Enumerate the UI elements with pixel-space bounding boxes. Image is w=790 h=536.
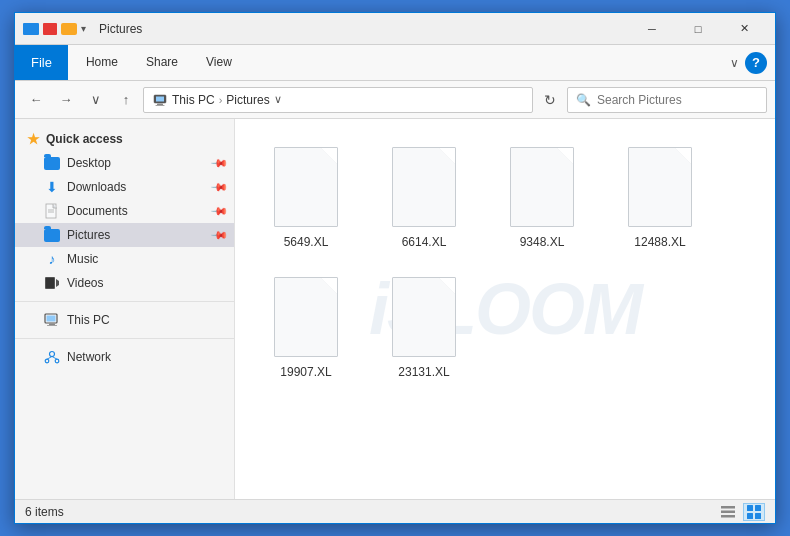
sidebar-item-documents[interactable]: Documents 📌 [15,199,234,223]
file-name-5: 23131.XL [398,365,449,379]
file-item[interactable]: 23131.XL [369,265,479,387]
quick-access-label: Quick access [46,132,123,146]
documents-label: Documents [67,204,128,218]
file-explorer-window: ▾ Pictures ─ □ ✕ File Home Share View ∨ … [14,12,776,524]
view-controls [717,503,765,521]
path-pictures: Pictures [226,93,269,107]
title-bar-dropdown[interactable]: ▾ [81,23,91,35]
file-item[interactable]: 6614.XL [369,135,479,257]
file-item[interactable]: 12488.XL [605,135,715,257]
status-bar: 6 items [15,499,775,523]
file-page-2 [510,147,574,227]
music-icon: ♪ [43,251,61,267]
svg-rect-2 [156,96,164,101]
ribbon-right: ∨ ? [730,52,775,74]
sidebar-item-videos[interactable]: Videos [15,271,234,295]
title-bar: ▾ Pictures ─ □ ✕ [15,13,775,45]
desktop-folder-icon [43,155,61,171]
maximize-button[interactable]: □ [675,13,721,45]
pictures-label: Pictures [67,228,110,242]
svg-point-15 [50,352,55,357]
ribbon-tab-share[interactable]: Share [132,45,192,80]
svg-line-18 [47,357,52,360]
file-page-4 [274,277,338,357]
ribbon: File Home Share View ∨ ? [15,45,775,81]
svg-rect-13 [49,324,55,326]
file-name-3: 12488.XL [634,235,685,249]
svg-rect-14 [47,325,57,326]
documents-icon [43,203,61,219]
sidebar-item-this-pc[interactable]: This PC [15,308,234,332]
svg-rect-25 [747,513,753,519]
ribbon-file-tab[interactable]: File [15,45,68,80]
main-area: ★ Quick access Desktop 📌 ⬇ Downloads 📌 [15,119,775,499]
title-bar-icons: ▾ [23,23,91,35]
svg-rect-20 [721,506,735,509]
ribbon-tab-view[interactable]: View [192,45,246,80]
forward-button[interactable]: → [53,87,79,113]
videos-label: Videos [67,276,103,290]
sidebar-item-network[interactable]: Network [15,345,234,369]
refresh-button[interactable]: ↻ [537,87,563,113]
title-bar-icon-2 [43,23,57,35]
downloads-icon: ⬇ [43,179,61,195]
network-label: Network [67,350,111,364]
search-input[interactable] [597,93,758,107]
files-grid: 5649.XL 6614.XL 9348.XL 12488.XL 19907.X… [235,119,775,499]
minimize-button[interactable]: ─ [629,13,675,45]
title-bar-icon-3 [61,23,77,35]
ribbon-tab-home[interactable]: Home [72,45,132,80]
address-path[interactable]: This PC › Pictures ∨ [143,87,533,113]
sidebar-item-downloads[interactable]: ⬇ Downloads 📌 [15,175,234,199]
svg-rect-22 [721,515,735,518]
sidebar-divider-1 [15,301,234,302]
file-item[interactable]: 5649.XL [251,135,361,257]
close-button[interactable]: ✕ [721,13,767,45]
pin-icon-pictures: 📌 [209,225,228,244]
window-title: Pictures [99,22,629,36]
sidebar-item-desktop[interactable]: Desktop 📌 [15,151,234,175]
search-box[interactable]: 🔍 [567,87,767,113]
svg-point-17 [55,359,59,363]
path-dropdown-icon[interactable]: ∨ [274,93,282,106]
this-pc-path-icon [152,92,168,108]
list-view-button[interactable] [717,503,739,521]
file-page-3 [628,147,692,227]
path-this-pc: This PC [172,93,215,107]
file-page-1 [392,147,456,227]
downloads-label: Downloads [67,180,126,194]
file-page-5 [392,277,456,357]
title-bar-icon-1 [23,23,39,35]
grid-view-button[interactable] [743,503,765,521]
help-button[interactable]: ? [745,52,767,74]
this-pc-label: This PC [67,313,110,327]
sidebar: ★ Quick access Desktop 📌 ⬇ Downloads 📌 [15,119,235,499]
back-button[interactable]: ← [23,87,49,113]
file-icon-5 [388,273,460,361]
svg-line-19 [52,357,57,360]
quick-access-header[interactable]: ★ Quick access [15,127,234,151]
pictures-folder-icon [43,227,61,243]
window-controls: ─ □ ✕ [629,13,767,45]
star-icon: ★ [27,131,40,147]
search-icon: 🔍 [576,93,591,107]
file-name-1: 6614.XL [402,235,447,249]
file-item[interactable]: 9348.XL [487,135,597,257]
pin-icon-desktop: 📌 [209,153,228,172]
svg-point-16 [45,359,49,363]
file-item[interactable]: 19907.XL [251,265,361,387]
pin-icon-downloads: 📌 [209,177,228,196]
svg-rect-21 [721,510,735,513]
svg-rect-9 [46,278,54,288]
sidebar-item-pictures[interactable]: Pictures 📌 [15,223,234,247]
recent-locations-button[interactable]: ∨ [83,87,109,113]
ribbon-chevron-icon[interactable]: ∨ [730,56,739,70]
file-name-0: 5649.XL [284,235,329,249]
this-pc-icon [43,312,61,328]
ribbon-tabs: Home Share View [68,45,730,80]
item-count: 6 items [25,505,64,519]
file-page-0 [274,147,338,227]
up-button[interactable]: ↑ [113,87,139,113]
videos-icon [43,275,61,291]
sidebar-item-music[interactable]: ♪ Music [15,247,234,271]
